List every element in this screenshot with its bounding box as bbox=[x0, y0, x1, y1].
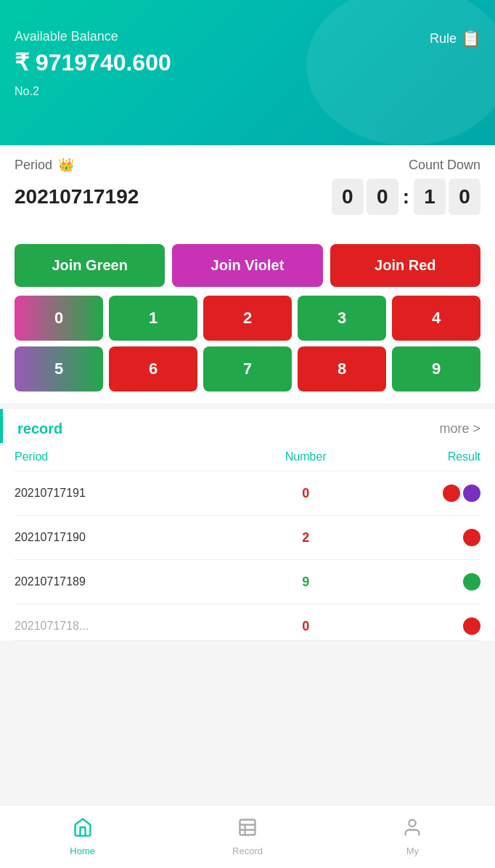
row-result-3 bbox=[364, 573, 481, 591]
bottom-nav: Home Record My bbox=[0, 805, 495, 868]
row-result-1 bbox=[364, 484, 481, 502]
join-green-button[interactable]: Join Green bbox=[15, 244, 165, 287]
table-row: 20210717190 2 bbox=[15, 516, 480, 560]
rule-icon: 📋 bbox=[461, 29, 480, 48]
number-button-8[interactable]: 8 bbox=[298, 346, 386, 392]
period-value: 20210717192 bbox=[15, 185, 139, 208]
col-period-header: Period bbox=[15, 450, 248, 463]
row-period-4: 2021071718... bbox=[15, 620, 248, 633]
record-title: record bbox=[17, 421, 62, 437]
row-number-3: 9 bbox=[248, 575, 364, 590]
number-button-1[interactable]: 1 bbox=[109, 296, 197, 341]
row-number-4: 0 bbox=[248, 619, 364, 634]
table-header: Period Number Result bbox=[15, 443, 480, 471]
nav-my-label: My bbox=[406, 845, 419, 856]
my-icon bbox=[402, 817, 422, 843]
join-red-button[interactable]: Join Red bbox=[330, 244, 480, 287]
home-icon bbox=[73, 817, 93, 843]
number-grid: 0 1 2 3 4 5 6 7 8 9 bbox=[0, 296, 495, 403]
row-result-2 bbox=[364, 529, 481, 546]
header: Available Balance ₹ 9719740.600 No.2 Rul… bbox=[0, 0, 495, 145]
dot-red-1 bbox=[443, 484, 460, 502]
join-buttons-row: Join Green Join Violet Join Red bbox=[0, 232, 495, 296]
row-number-1: 0 bbox=[248, 486, 364, 501]
rule-button[interactable]: Rule 📋 bbox=[430, 29, 480, 48]
number-button-3[interactable]: 3 bbox=[298, 296, 386, 341]
nav-home[interactable]: Home bbox=[0, 811, 165, 862]
number-button-4[interactable]: 4 bbox=[392, 296, 480, 341]
row-number-2: 2 bbox=[248, 530, 364, 545]
svg-rect-0 bbox=[240, 820, 255, 835]
countdown-d1: 0 bbox=[332, 179, 364, 215]
table-row: 20210717189 9 bbox=[15, 560, 480, 604]
row-period-2: 20210717190 bbox=[15, 531, 248, 544]
more-link[interactable]: more > bbox=[439, 421, 480, 437]
countdown-d3: 1 bbox=[414, 179, 446, 215]
no-label: No.2 bbox=[15, 85, 480, 98]
table-row: 20210717191 0 bbox=[15, 471, 480, 516]
row-result-4 bbox=[364, 617, 481, 635]
number-button-5[interactable]: 5 bbox=[15, 346, 103, 392]
balance-amount: ₹ 9719740.600 bbox=[15, 49, 480, 76]
balance-label: Available Balance bbox=[15, 29, 480, 44]
dot-red-2 bbox=[463, 529, 480, 546]
number-button-0[interactable]: 0 bbox=[15, 296, 103, 341]
rule-label: Rule bbox=[430, 31, 457, 46]
nav-home-label: Home bbox=[70, 845, 95, 856]
record-header: record more > bbox=[0, 409, 495, 443]
number-button-9[interactable]: 9 bbox=[392, 346, 480, 392]
crown-icon: 👑 bbox=[58, 157, 74, 173]
number-button-6[interactable]: 6 bbox=[109, 346, 197, 392]
join-violet-button[interactable]: Join Violet bbox=[172, 244, 322, 287]
countdown-colon: : bbox=[401, 185, 411, 208]
dot-purple-1 bbox=[463, 484, 480, 502]
nav-record[interactable]: Record bbox=[165, 811, 330, 862]
record-icon bbox=[237, 817, 258, 843]
period-value-row: 20210717192 0 0 : 1 0 bbox=[15, 179, 480, 215]
dot-red-4 bbox=[463, 617, 480, 635]
countdown-d2: 0 bbox=[367, 179, 398, 215]
row-period-1: 20210717191 bbox=[15, 487, 248, 500]
period-section: Period 👑 Count Down 20210717192 0 0 : 1 … bbox=[0, 145, 495, 232]
countdown-d4: 0 bbox=[449, 179, 480, 215]
countdown-label: Count Down bbox=[409, 158, 480, 173]
col-number-header: Number bbox=[248, 450, 364, 463]
nav-record-label: Record bbox=[232, 845, 263, 856]
nav-my[interactable]: My bbox=[330, 811, 495, 862]
period-row: Period 👑 Count Down bbox=[15, 157, 480, 173]
col-result-header: Result bbox=[364, 450, 481, 463]
record-section: record more > Period Number Result 20210… bbox=[0, 409, 495, 641]
number-button-7[interactable]: 7 bbox=[203, 346, 292, 392]
period-label: Period 👑 bbox=[15, 157, 74, 173]
svg-point-4 bbox=[409, 820, 416, 827]
row-period-3: 20210717189 bbox=[15, 575, 248, 588]
record-table: Period Number Result 20210717191 0 20210… bbox=[0, 443, 495, 641]
number-button-2[interactable]: 2 bbox=[203, 296, 292, 341]
dot-green-3 bbox=[463, 573, 480, 591]
countdown-display: 0 0 : 1 0 bbox=[332, 179, 480, 215]
table-row: 2021071718... 0 bbox=[15, 604, 480, 641]
